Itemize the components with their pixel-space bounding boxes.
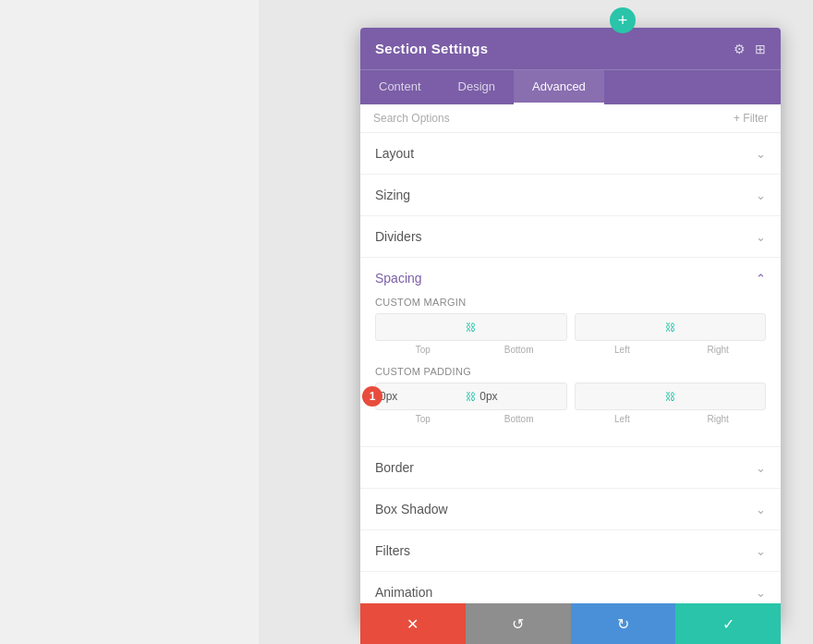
layout-chevron-icon: ⌄	[756, 147, 766, 161]
margin-inputs-row: ⛓ ⛓	[375, 313, 766, 341]
margin-right-label: Right	[670, 345, 766, 355]
sizing-chevron-icon: ⌄	[756, 188, 766, 202]
search-options-label: Search Options	[373, 112, 450, 125]
margin-right-input[interactable]	[679, 321, 761, 334]
margin-link-icon[interactable]: ⛓	[464, 322, 478, 333]
margin-lr-labels: Left Right	[575, 345, 767, 355]
padding-link-icon-2[interactable]: ⛓	[663, 391, 677, 402]
animation-label: Animation	[375, 585, 432, 600]
margin-bottom-label: Bottom	[471, 345, 567, 355]
tab-advanced[interactable]: Advanced	[514, 70, 604, 104]
padding-left-label: Left	[575, 414, 671, 424]
layout-section-row[interactable]: Layout ⌄	[360, 133, 781, 175]
margin-top-label: Top	[375, 345, 471, 355]
tab-design[interactable]: Design	[440, 70, 514, 104]
padding-tb-labels: Top Bottom	[375, 414, 567, 424]
reset-button[interactable]: ↺	[466, 603, 571, 644]
expand-icon[interactable]: ⊞	[755, 42, 766, 56]
border-section-row[interactable]: Border ⌄	[360, 447, 781, 489]
filter-button[interactable]: + Filter	[734, 112, 768, 125]
section-settings-modal: Section Settings ⚙ ⊞ Content Design Adva…	[360, 28, 781, 623]
spacing-expanded-content: Custom Margin ⛓ ⛓ Top Bottom	[360, 297, 781, 447]
box-shadow-label: Box Shadow	[375, 502, 448, 516]
padding-top-bottom-group: ⛓	[375, 383, 567, 410]
redo-button[interactable]: ↻	[571, 603, 676, 644]
sizing-section-row[interactable]: Sizing ⌄	[360, 175, 781, 216]
padding-left-right-group: ⛓	[575, 383, 767, 410]
box-shadow-section-row[interactable]: Box Shadow ⌄	[360, 489, 781, 530]
modal-tabs: Content Design Advanced	[360, 69, 781, 104]
layout-label: Layout	[375, 146, 414, 161]
search-bar: Search Options + Filter	[360, 104, 781, 133]
modal-body: Layout ⌄ Sizing ⌄ Dividers ⌄ Spacing ⌃ C…	[360, 133, 781, 623]
padding-left-input[interactable]	[579, 390, 661, 403]
spacing-section-row-header[interactable]: Spacing ⌃	[360, 258, 781, 286]
dividers-label: Dividers	[375, 229, 422, 244]
add-section-button[interactable]: +	[610, 7, 636, 33]
border-label: Border	[375, 460, 414, 475]
box-shadow-chevron-icon: ⌄	[756, 503, 766, 516]
margin-tb-labels: Top Bottom	[375, 345, 567, 355]
dividers-section-row[interactable]: Dividers ⌄	[360, 216, 781, 258]
step-badge: 1	[362, 386, 382, 407]
spacing-chevron-icon: ⌃	[756, 272, 766, 286]
modal-header: Section Settings ⚙ ⊞	[360, 28, 781, 69]
margin-left-right-group: ⛓	[575, 313, 767, 341]
padding-row-wrapper: 1 ⛓ ⛓	[375, 383, 766, 410]
padding-top-input[interactable]	[380, 390, 462, 403]
padding-bottom-label: Bottom	[471, 414, 567, 424]
margin-labels: Top Bottom Left Right	[375, 345, 766, 355]
filters-section-row[interactable]: Filters ⌄	[360, 530, 781, 572]
add-button-container: +	[610, 7, 636, 33]
padding-lr-labels: Left Right	[575, 414, 767, 424]
background-panel	[0, 0, 259, 644]
save-button[interactable]: ✓	[675, 603, 781, 644]
border-chevron-icon: ⌄	[756, 461, 766, 475]
margin-left-input[interactable]	[579, 321, 661, 334]
padding-right-label: Right	[670, 414, 766, 424]
custom-margin-label: Custom Margin	[375, 297, 766, 308]
margin-left-label: Left	[575, 345, 671, 355]
padding-inputs-row: ⛓ ⛓	[375, 383, 766, 410]
padding-link-icon[interactable]: ⛓	[464, 391, 478, 402]
spacing-label: Spacing	[375, 271, 422, 286]
filters-chevron-icon: ⌄	[756, 544, 766, 558]
bottom-action-bar: ✕ ↺ ↻ ✓	[360, 603, 781, 644]
settings-icon[interactable]: ⚙	[734, 42, 746, 56]
custom-padding-label: Custom Padding	[375, 366, 766, 377]
padding-top-label: Top	[375, 414, 471, 424]
modal-header-icons: ⚙ ⊞	[734, 42, 766, 56]
animation-chevron-icon: ⌄	[756, 586, 766, 600]
tab-content[interactable]: Content	[360, 70, 440, 104]
cancel-button[interactable]: ✕	[360, 603, 466, 644]
padding-bottom-input[interactable]	[479, 390, 562, 403]
filters-label: Filters	[375, 543, 410, 558]
padding-right-input[interactable]	[679, 390, 761, 403]
padding-labels: Top Bottom Left Right	[375, 414, 766, 424]
margin-top-bottom-group: ⛓	[375, 313, 567, 341]
dividers-chevron-icon: ⌄	[756, 230, 766, 244]
modal-title: Section Settings	[375, 41, 488, 56]
margin-bottom-input[interactable]	[479, 321, 562, 334]
margin-link-icon-2[interactable]: ⛓	[663, 322, 677, 333]
margin-top-input[interactable]	[380, 321, 462, 334]
sizing-label: Sizing	[375, 188, 410, 202]
